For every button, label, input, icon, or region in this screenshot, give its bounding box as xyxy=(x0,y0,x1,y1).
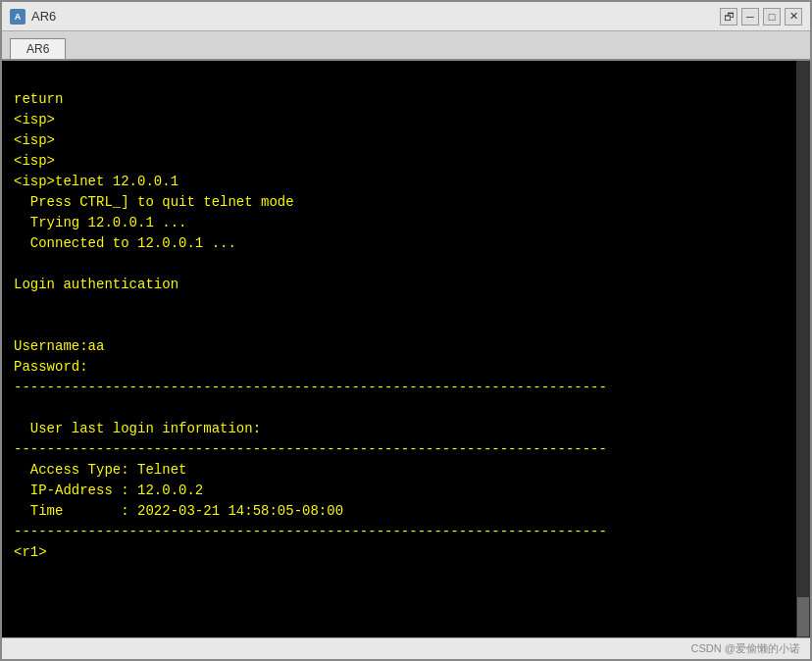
app-icon: A xyxy=(10,9,25,25)
restore-button[interactable]: 🗗 xyxy=(720,8,737,25)
line-divider1: ----------------------------------------… xyxy=(14,380,607,395)
line-password: Password: xyxy=(14,359,88,375)
title-bar-left: A AR6 xyxy=(10,9,56,25)
line-telnet-cmd: <isp>telnet 12.0.0.1 xyxy=(14,174,178,189)
line-access-type: Access Type: Telnet xyxy=(14,462,186,478)
bottom-bar: CSDN @爱偷懒的小诺 xyxy=(2,637,810,659)
terminal-content: return <isp> <isp> <isp> <isp>telnet 12.… xyxy=(14,69,798,584)
window-title: AR6 xyxy=(31,9,56,24)
line-trying: Trying 12.0.0.1 ... xyxy=(14,215,186,230)
line-return: return xyxy=(14,91,63,107)
line-divider3: ----------------------------------------… xyxy=(14,524,607,539)
line-connected: Connected to 12.0.0.1 ... xyxy=(14,235,236,251)
minimize-button[interactable]: ─ xyxy=(741,8,759,25)
tab-ar6[interactable]: AR6 xyxy=(10,38,66,59)
title-controls: 🗗 ─ □ ✕ xyxy=(720,8,802,25)
line-last-login: User last login information: xyxy=(14,421,261,436)
watermark: CSDN @爱偷懒的小诺 xyxy=(691,641,800,656)
maximize-button[interactable]: □ xyxy=(763,8,781,25)
scrollbar[interactable] xyxy=(796,61,810,637)
scrollbar-thumb[interactable] xyxy=(797,597,809,636)
tab-bar: AR6 xyxy=(2,31,810,61)
line-username: Username:aa xyxy=(14,338,104,354)
line-isp2: <isp> xyxy=(14,132,55,148)
close-button[interactable]: ✕ xyxy=(785,8,802,25)
line-r1: <r1> xyxy=(14,544,47,560)
line-time: Time : 2022-03-21 14:58:05-08:00 xyxy=(14,503,343,519)
terminal-area[interactable]: return <isp> <isp> <isp> <isp>telnet 12.… xyxy=(2,61,810,637)
title-bar: A AR6 🗗 ─ □ ✕ xyxy=(2,2,810,31)
line-isp3: <isp> xyxy=(14,153,55,169)
line-press-ctrl: Press CTRL_] to quit telnet mode xyxy=(14,194,294,210)
line-ip-address: IP-Address : 12.0.0.2 xyxy=(14,483,203,498)
line-divider2: ----------------------------------------… xyxy=(14,441,607,457)
line-login-auth: Login authentication xyxy=(14,277,178,292)
line-isp1: <isp> xyxy=(14,112,55,127)
main-window: A AR6 🗗 ─ □ ✕ AR6 return <isp> <isp> <is… xyxy=(0,0,812,661)
